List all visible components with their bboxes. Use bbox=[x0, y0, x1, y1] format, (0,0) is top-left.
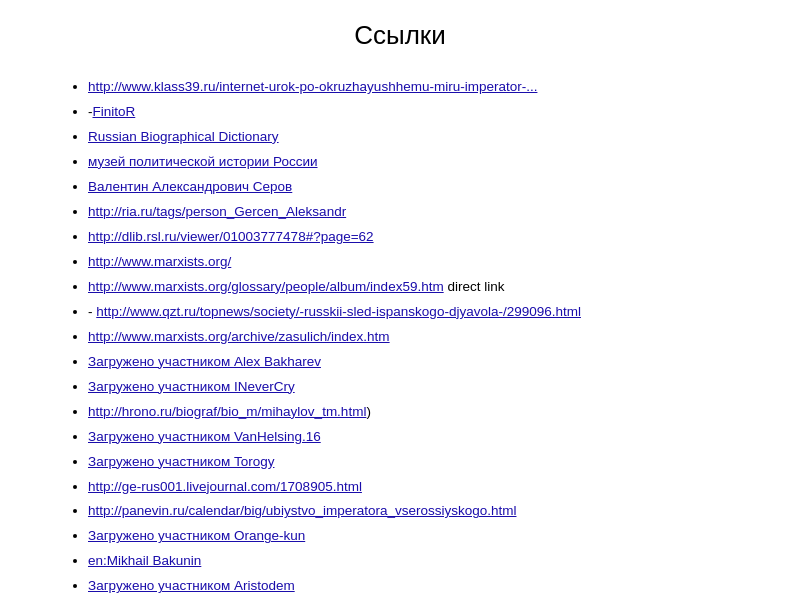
link-item-1[interactable]: FinitoR bbox=[93, 104, 136, 119]
list-item: музей политической истории России bbox=[88, 150, 740, 175]
list-item: Загружено участником Orange-kun bbox=[88, 524, 740, 549]
link-item-16[interactable]: http://ge-rus001.livejournal.com/1708905… bbox=[88, 479, 362, 494]
link-item-4[interactable]: Валентин Александрович Серов bbox=[88, 179, 292, 194]
list-item: -FinitoR bbox=[88, 100, 740, 125]
link-item-0[interactable]: http://www.klass39.ru/internet-urok-po-o… bbox=[88, 79, 537, 94]
list-item: Загружено участником VanHelsing.16 bbox=[88, 425, 740, 450]
list-item: - http://www.qzt.ru/topnews/society/-rus… bbox=[88, 300, 740, 325]
list-item: http://ge-rus001.livejournal.com/1708905… bbox=[88, 475, 740, 500]
link-item-15[interactable]: Загружено участником Torogy bbox=[88, 454, 274, 469]
link-item-9[interactable]: http://www.qzt.ru/topnews/society/-russk… bbox=[96, 304, 581, 319]
list-item: Загружено участником Torogy bbox=[88, 450, 740, 475]
link-item-7[interactable]: http://www.marxists.org/ bbox=[88, 254, 231, 269]
link-item-13[interactable]: http://hrono.ru/biograf/bio_m/mihaylov_t… bbox=[88, 404, 366, 419]
link-item-2[interactable]: Russian Biographical Dictionary bbox=[88, 129, 279, 144]
page-title: Ссылки bbox=[60, 20, 740, 51]
list-item: http://ria.ru/tags/person_Gercen_Aleksan… bbox=[88, 200, 740, 225]
list-item: http://www.marxists.org/ bbox=[88, 250, 740, 275]
link-item-18[interactable]: Загружено участником Orange-kun bbox=[88, 528, 305, 543]
link-item-14[interactable]: Загружено участником VanHelsing.16 bbox=[88, 429, 321, 444]
list-item: Russian Biographical Dictionary bbox=[88, 125, 740, 150]
link-item-10[interactable]: http://www.marxists.org/archive/zasulich… bbox=[88, 329, 390, 344]
link-item-5[interactable]: http://ria.ru/tags/person_Gercen_Aleksan… bbox=[88, 204, 346, 219]
list-item: Загружено участником Aristodem bbox=[88, 574, 740, 599]
prefix-text-9: - bbox=[88, 304, 96, 319]
list-item: http://panevin.ru/calendar/big/ubiystvo_… bbox=[88, 499, 740, 524]
list-item: http://dlib.rsl.ru/viewer/01003777478#?p… bbox=[88, 225, 740, 250]
link-item-11[interactable]: Загружено участником Alex Bakharev bbox=[88, 354, 321, 369]
links-list: http://www.klass39.ru/internet-urok-po-o… bbox=[60, 75, 740, 600]
list-item: Загружено участником INeverCry bbox=[88, 375, 740, 400]
link-item-20[interactable]: Загружено участником Aristodem bbox=[88, 578, 295, 593]
link-item-6[interactable]: http://dlib.rsl.ru/viewer/01003777478#?p… bbox=[88, 229, 374, 244]
list-item: http://www.marxists.org/archive/zasulich… bbox=[88, 325, 740, 350]
list-item: http://www.marxists.org/glossary/people/… bbox=[88, 275, 740, 300]
list-item: http://hrono.ru/biograf/bio_m/mihaylov_t… bbox=[88, 400, 740, 425]
list-item: en:Mikhail Bakunin bbox=[88, 549, 740, 574]
list-item: http://www.klass39.ru/internet-urok-po-o… bbox=[88, 75, 740, 100]
link-item-8[interactable]: http://www.marxists.org/glossary/people/… bbox=[88, 279, 444, 294]
link-item-3[interactable]: музей политической истории России bbox=[88, 154, 318, 169]
link-item-19[interactable]: en:Mikhail Bakunin bbox=[88, 553, 201, 568]
link-item-12[interactable]: Загружено участником INeverCry bbox=[88, 379, 295, 394]
list-item: Загружено участником Alex Bakharev bbox=[88, 350, 740, 375]
suffix-text-13: ) bbox=[366, 404, 371, 419]
link-item-17[interactable]: http://panevin.ru/calendar/big/ubiystvo_… bbox=[88, 503, 516, 518]
list-item: Валентин Александрович Серов bbox=[88, 175, 740, 200]
suffix-text-8: direct link bbox=[444, 279, 505, 294]
